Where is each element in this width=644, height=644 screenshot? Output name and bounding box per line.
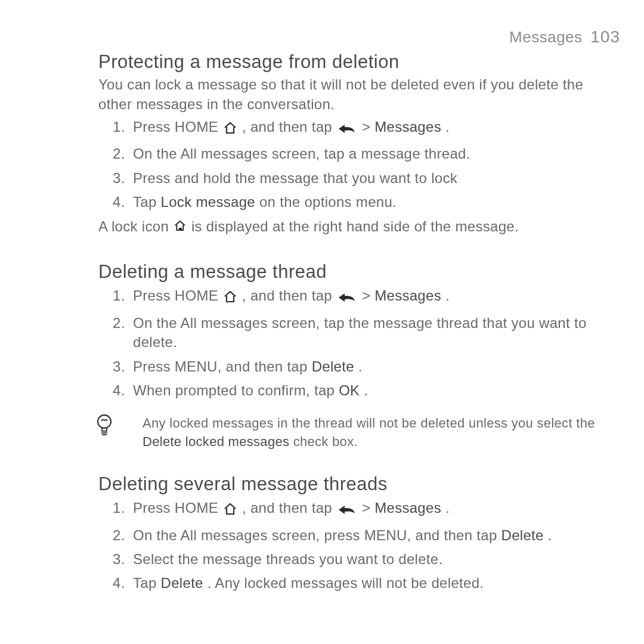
step-text: On the All messages screen, tap a messag…: [133, 145, 470, 162]
header-section: Messages: [509, 28, 583, 46]
step-text: Press HOME: [133, 500, 222, 516]
home-icon: [223, 501, 237, 520]
step-text: .: [548, 527, 552, 543]
step-text: .: [358, 358, 363, 374]
step-text: >: [362, 500, 374, 516]
step-text-bold: Messages: [374, 287, 441, 304]
steps-list: Press HOME , and then tap > Messages . O…: [98, 286, 620, 400]
tip-text-part: Any locked messages in the thread will n…: [143, 416, 595, 431]
step-text: >: [362, 287, 374, 304]
back-arrow-icon: [337, 501, 357, 521]
section-title: Protecting a message from deletion: [98, 50, 620, 74]
step-text-bold: Messages: [374, 119, 441, 135]
step-text: . Any locked messages will not be delete…: [208, 575, 484, 591]
section-deleting-thread: Deleting a message thread Press HOME , a…: [98, 260, 620, 451]
step-text: When prompted to confirm, tap: [133, 382, 339, 398]
section-deleting-several: Deleting several message threads Press H…: [98, 472, 620, 593]
step-text: Tap: [133, 575, 161, 591]
step-text: .: [445, 119, 450, 135]
step-text: , and then tap: [242, 119, 336, 135]
step-text-bold: Messages: [374, 500, 441, 516]
step-item: Press HOME , and then tap > Messages .: [133, 286, 620, 308]
back-arrow-icon: [337, 120, 357, 140]
step-item: Press HOME , and then tap > Messages .: [133, 117, 620, 140]
tip-icon: [95, 413, 115, 439]
step-item: When prompted to confirm, tap OK .: [133, 381, 620, 400]
step-text: On the All messages screen, tap the mess…: [133, 315, 587, 350]
step-text-bold: Delete: [312, 358, 354, 374]
page: Messages 103 Protecting a message from d…: [0, 0, 644, 644]
step-text: Select the message threads you want to d…: [133, 551, 442, 567]
step-item: On the All messages screen, tap a messag…: [133, 144, 620, 163]
step-item: Select the message threads you want to d…: [133, 550, 620, 569]
step-text: Press MENU, and then tap: [133, 358, 312, 374]
step-text: .: [445, 500, 450, 516]
tip-row: Any locked messages in the thread will n…: [98, 414, 620, 451]
home-icon: [223, 120, 237, 139]
header-page-number: 103: [590, 27, 620, 46]
step-text: .: [445, 287, 450, 304]
step-item: Tap Delete . Any locked messages will no…: [133, 574, 620, 593]
lock-icon: [174, 219, 187, 239]
step-text: >: [362, 119, 374, 135]
step-item: Press and hold the message that you want…: [133, 169, 620, 188]
step-text-bold: Lock message: [161, 194, 255, 210]
back-arrow-icon: [337, 289, 357, 308]
section-title: Deleting a message thread: [98, 260, 620, 284]
after-steps-note: A lock icon is displayed at the right ha…: [98, 217, 620, 239]
tip-text-part: check box.: [293, 434, 358, 449]
home-icon: [223, 289, 237, 308]
step-text: Press HOME: [133, 119, 222, 135]
section-intro: You can lock a message so that it will n…: [98, 75, 620, 114]
step-text: .: [364, 382, 368, 398]
step-text: Tap: [133, 194, 161, 210]
step-text: , and then tap: [242, 500, 336, 516]
step-item: On the All messages screen, tap the mess…: [133, 314, 620, 352]
steps-list: Press HOME , and then tap > Messages . O…: [98, 117, 620, 212]
step-text-bold: OK: [339, 382, 360, 398]
step-text: Press and hold the message that you want…: [133, 170, 457, 186]
svg-point-1: [98, 415, 111, 428]
step-item: On the All messages screen, press MENU, …: [133, 526, 620, 545]
section-protecting: Protecting a message from deletion You c…: [98, 50, 620, 239]
page-header: Messages 103: [509, 27, 620, 47]
step-item: Press MENU, and then tap Delete .: [133, 357, 620, 376]
svg-rect-0: [179, 228, 182, 231]
tip-text: Any locked messages in the thread will n…: [143, 414, 620, 451]
step-item: Tap Lock message on the options menu.: [133, 193, 620, 212]
step-text: On the All messages screen, press MENU, …: [133, 527, 501, 543]
step-text-bold: Delete: [501, 527, 544, 543]
note-text: is displayed at the right hand side of t…: [191, 218, 519, 234]
step-text: , and then tap: [242, 287, 336, 304]
step-item: Press HOME , and then tap > Messages .: [133, 499, 620, 521]
step-text: on the options menu.: [259, 194, 397, 210]
section-title: Deleting several message threads: [98, 472, 620, 496]
tip-text-bold: Delete locked messages: [143, 434, 289, 449]
steps-list: Press HOME , and then tap > Messages . O…: [98, 499, 620, 593]
step-text: Press HOME: [133, 287, 222, 304]
step-text-bold: Delete: [161, 575, 203, 591]
note-text: A lock icon: [98, 218, 173, 234]
